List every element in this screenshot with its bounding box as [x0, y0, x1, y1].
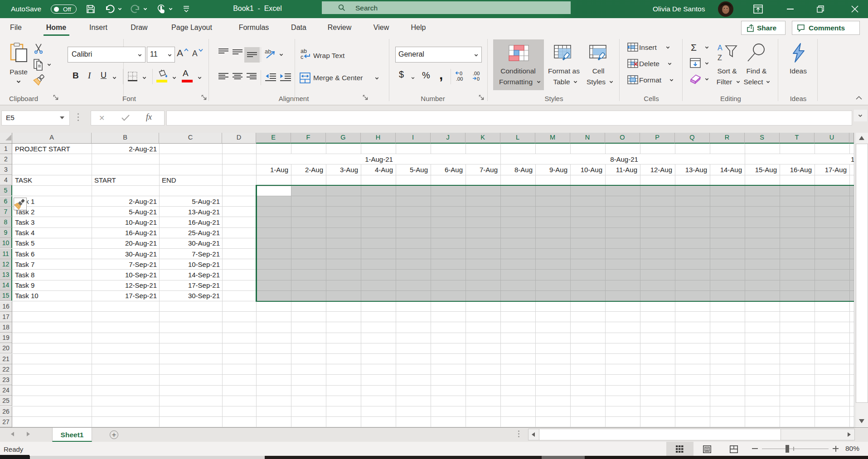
svg-text:c: c: [301, 54, 303, 60]
svg-text:A: A: [718, 44, 723, 52]
svg-text:Z: Z: [718, 54, 722, 62]
svg-text:ab: ab: [265, 48, 271, 55]
svg-text:0: 0: [460, 71, 462, 76]
svg-text:.00: .00: [473, 71, 480, 76]
svg-text:ab: ab: [301, 48, 307, 54]
svg-text:0: 0: [477, 76, 480, 82]
svg-text:.00: .00: [456, 76, 463, 82]
